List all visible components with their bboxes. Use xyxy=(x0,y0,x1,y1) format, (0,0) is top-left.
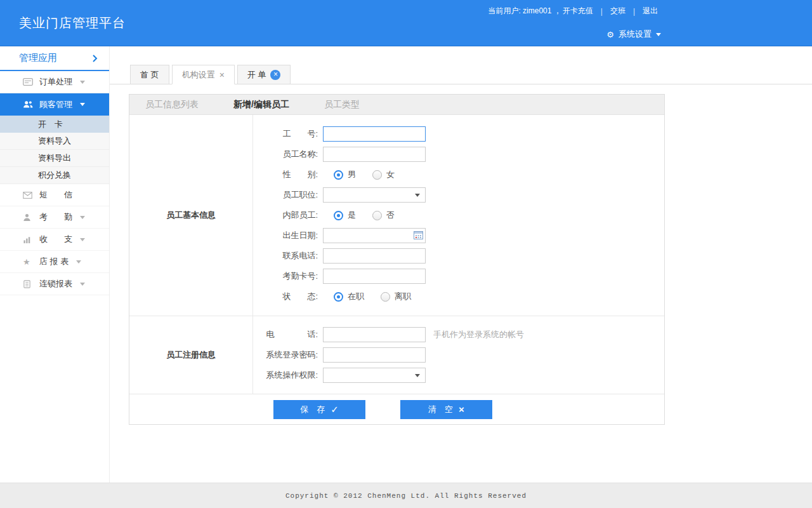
subtab-employee-list[interactable]: 员工信息列表 xyxy=(145,99,199,110)
star-icon: ★ xyxy=(23,258,34,266)
chevron-down-icon xyxy=(80,103,85,106)
tab-label: 机构设置 xyxy=(182,69,215,81)
sidebar-item-label: 顾客管理 xyxy=(39,99,72,110)
tab-label: 首 页 xyxy=(140,69,159,81)
sidebar-subitem-open-card[interactable]: 开 卡 xyxy=(0,116,109,133)
shift-link[interactable]: 交班 xyxy=(610,6,625,17)
main-content: 首 页 机构设置 × 开 单 × 员工信息列表 新增/编辑员工 员工类型 xyxy=(110,46,812,483)
phone-input[interactable] xyxy=(323,327,426,342)
app-footer: Copyright © 2012 ChenMeng Ltd. All Right… xyxy=(0,483,812,508)
status-active-option[interactable]: 在职 xyxy=(334,291,364,302)
customers-icon xyxy=(23,100,34,109)
tab-bar: 首 页 机构设置 × 开 单 × xyxy=(110,65,812,84)
sidebar-item-store-report[interactable]: ★ 店 报 表 xyxy=(0,251,109,273)
calendar-icon[interactable] xyxy=(414,231,423,240)
sidebar-subitem-label: 开 卡 xyxy=(38,119,63,130)
phone-hint: 手机作为登录系统的帐号 xyxy=(433,329,524,340)
sidebar-subitem-label: 资料导入 xyxy=(38,135,71,147)
sidebar-item-attendance[interactable]: 考 勤 xyxy=(0,206,109,229)
radio-checked-icon xyxy=(334,211,343,220)
sidebar-subitem-data-import[interactable]: 资料导入 xyxy=(0,133,109,150)
tab-org-settings[interactable]: 机构设置 × xyxy=(172,65,235,84)
field-label: 联系电话: xyxy=(253,250,318,262)
tab-open-order[interactable]: 开 单 × xyxy=(237,65,291,84)
chevron-down-icon xyxy=(415,194,420,197)
internal-radio-group: 是 否 xyxy=(323,210,395,221)
report-doc-icon xyxy=(23,280,34,288)
field-label: 电 话: xyxy=(253,329,318,340)
section-title: 员工注册信息 xyxy=(129,316,253,394)
sidebar: 管理应用 订单处理 顾客管理 开 卡 资料导入 xyxy=(0,46,110,483)
sidebar-item-label: 收 支 xyxy=(39,234,72,245)
contact-phone-input[interactable] xyxy=(323,248,426,264)
subtab-bar: 员工信息列表 新增/编辑员工 员工类型 xyxy=(129,95,664,115)
subtab-add-edit-employee[interactable]: 新增/编辑员工 xyxy=(233,99,289,110)
separator: | xyxy=(601,7,603,16)
sidebar-section-title: 管理应用 xyxy=(19,52,57,64)
tab-label: 开 单 xyxy=(247,69,266,81)
chevron-down-icon xyxy=(80,216,85,219)
field-label: 工 号: xyxy=(253,128,318,140)
envelope-icon xyxy=(23,192,34,199)
gender-male-option[interactable]: 男 xyxy=(334,169,356,180)
chevron-right-icon xyxy=(93,55,98,62)
position-select[interactable] xyxy=(323,187,426,203)
employee-name-input[interactable] xyxy=(323,147,426,162)
chevron-down-icon xyxy=(80,238,85,241)
system-settings-menu[interactable]: ⚙ 系统设置 xyxy=(606,29,661,40)
radio-checked-icon xyxy=(334,292,343,302)
sidebar-subitem-data-export[interactable]: 资料导出 xyxy=(0,150,109,167)
field-label: 性 别: xyxy=(253,169,318,180)
bar-chart-icon xyxy=(23,236,34,244)
status-resigned-option[interactable]: 离职 xyxy=(381,291,411,302)
internal-yes-option[interactable]: 是 xyxy=(334,210,356,221)
logout-link[interactable]: 退出 xyxy=(643,6,658,17)
section-title: 员工基本信息 xyxy=(129,115,253,316)
gender-female-option[interactable]: 女 xyxy=(372,169,395,180)
tab-home[interactable]: 首 页 xyxy=(130,65,169,84)
clear-button[interactable]: 清 空 × xyxy=(400,400,492,419)
recharge-link[interactable]: 开卡充值 xyxy=(563,6,593,17)
subtab-employee-type[interactable]: 员工类型 xyxy=(324,99,360,110)
field-label: 员工职位: xyxy=(253,189,318,201)
sidebar-item-customers[interactable]: 顾客管理 xyxy=(0,93,109,116)
chevron-down-icon xyxy=(76,260,81,264)
sidebar-item-label: 连锁报表 xyxy=(39,278,72,290)
radio-unchecked-icon xyxy=(372,170,382,180)
check-icon: ✓ xyxy=(331,404,339,414)
sidebar-item-sms[interactable]: 短 信 xyxy=(0,184,109,206)
field-label: 出生日期: xyxy=(253,230,318,241)
app-header: 美业门店管理平台 当前用户: zime001 ， 开卡充值 | 交班 | 退出 … xyxy=(0,0,812,46)
close-circle-icon[interactable]: × xyxy=(270,70,280,80)
internal-no-option[interactable]: 否 xyxy=(372,210,395,221)
employee-panel: 员工信息列表 新增/编辑员工 员工类型 员工基本信息 工 号: 员工名称: xyxy=(129,94,665,425)
sidebar-subitem-points-exchange[interactable]: 积分兑换 xyxy=(0,167,109,184)
separator: | xyxy=(633,7,635,16)
status-radio-group: 在职 离职 xyxy=(323,291,411,302)
login-password-input[interactable] xyxy=(323,347,426,363)
sidebar-item-finance[interactable]: 收 支 xyxy=(0,229,109,251)
radio-unchecked-icon xyxy=(381,292,390,302)
x-icon: × xyxy=(459,404,464,414)
radio-checked-icon xyxy=(334,170,343,180)
current-user-label: 当前用户: zime001 ， xyxy=(488,6,561,17)
birth-date-input[interactable] xyxy=(323,228,426,243)
sidebar-item-orders[interactable]: 订单处理 xyxy=(0,71,109,93)
save-button[interactable]: 保 存 ✓ xyxy=(273,400,365,419)
field-label: 员工名称: xyxy=(253,149,318,160)
chevron-down-icon xyxy=(80,81,85,84)
permission-select[interactable] xyxy=(323,368,426,383)
chevron-down-icon xyxy=(656,33,661,36)
sidebar-section-header[interactable]: 管理应用 xyxy=(0,46,109,71)
close-icon[interactable]: × xyxy=(219,70,225,79)
clear-button-label: 清 空 xyxy=(428,404,453,415)
system-settings-label: 系统设置 xyxy=(619,29,652,40)
employee-no-input[interactable] xyxy=(323,126,426,142)
sidebar-item-chain-report[interactable]: 连锁报表 xyxy=(0,273,109,295)
gender-radio-group: 男 女 xyxy=(323,169,395,180)
field-label: 考勤卡号: xyxy=(253,271,318,282)
sidebar-item-label: 店 报 表 xyxy=(39,256,69,267)
attendance-card-input[interactable] xyxy=(323,269,426,284)
radio-unchecked-icon xyxy=(372,211,382,220)
field-label: 状 态: xyxy=(253,291,318,302)
